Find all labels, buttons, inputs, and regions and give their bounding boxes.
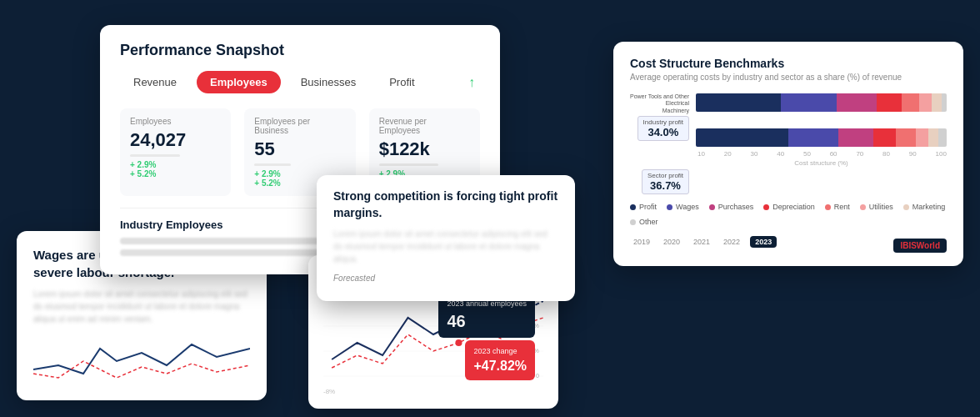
metric-label-1: Employees per Business (254, 117, 345, 135)
year-2019[interactable]: 2019 (630, 236, 653, 248)
seg-depr-sector (873, 128, 896, 147)
svg-text:0: 0 (536, 373, 539, 379)
competition-card: Strong competition is forcing tight prof… (317, 175, 575, 301)
arrow-up-icon: ↑ (468, 75, 475, 90)
legend-label-profit: Profit (639, 203, 657, 211)
x-label-80: 80 (882, 150, 890, 158)
x-label-60: 60 (830, 150, 838, 158)
x-label-50: 50 (803, 150, 811, 158)
seg-utilities-industry (919, 93, 932, 112)
industry-profit-value: 34.0% (643, 126, 683, 138)
metric-label-0: Employees (130, 117, 221, 126)
seg-purchases-sector (838, 128, 873, 147)
legend-dot-marketing (903, 204, 909, 210)
change-label: 2023 change (473, 347, 517, 355)
ibis-logo: IBISWorld (893, 239, 947, 253)
legend: Profit Wages Purchases Depreciation Rent… (630, 203, 947, 226)
legend-dot-purchases (709, 204, 715, 210)
change-badge: 2023 change +47.82% (465, 340, 535, 380)
seg-wages-sector (788, 128, 838, 147)
legend-label-other: Other (639, 218, 658, 226)
chart-axis-min: -8% (323, 388, 335, 395)
metric-change1-0: + 2.9% (130, 160, 221, 169)
legend-label-wages: Wages (676, 203, 699, 211)
seg-marketing-industry (932, 93, 942, 112)
legend-label-marketing: Marketing (912, 203, 946, 211)
legend-utilities: Utilities (860, 203, 893, 211)
x-label-90: 90 (909, 150, 917, 158)
seg-marketing-sector (928, 128, 938, 147)
sector-label-group: Sector profit 36.7% (630, 169, 689, 194)
year-2021[interactable]: 2021 (690, 236, 713, 248)
metric-value-0: 24,027 (130, 129, 221, 151)
tab-businesses[interactable]: Businesses (288, 71, 369, 93)
svg-point-5 (455, 339, 462, 346)
comp-title: Strong competition is forcing tight prof… (333, 188, 558, 221)
x-axis: 10 20 30 40 50 60 70 80 90 100 (696, 150, 947, 158)
seg-purchases-industry (837, 93, 877, 112)
x-label-20: 20 (724, 150, 732, 158)
seg-depr-industry (877, 93, 902, 112)
comp-body: Lorem ipsum dolor sit amet consectetur a… (333, 228, 558, 265)
x-label-70: 70 (856, 150, 863, 158)
metric-employees: Employees 24,027 + 2.9% + 5.2% (120, 108, 231, 196)
tab-profit[interactable]: Profit (376, 71, 428, 93)
seg-other-sector (938, 128, 947, 147)
year-2023[interactable]: 2023 (750, 236, 777, 248)
year-2022[interactable]: 2022 (720, 236, 743, 248)
change-value: +47.82% (473, 357, 527, 375)
cost-title: Cost Structure Benchmarks (630, 57, 947, 70)
x-label-30: 30 (751, 150, 758, 158)
metric-value-1: 55 (254, 138, 345, 160)
forecasted-label: Forecasted (333, 274, 558, 283)
year-tabs: 2019 2020 2021 2022 2023 (630, 236, 777, 248)
metric-bar-1 (254, 163, 291, 166)
wages-body: Lorem ipsum dolor sit amet consectetur a… (33, 288, 250, 325)
seg-rent-sector (896, 128, 916, 147)
legend-dot-profit (630, 204, 636, 210)
legend-label-utilities: Utilities (869, 203, 893, 211)
sector-profit-label: Sector profit (648, 172, 683, 179)
legend-dot-rent (825, 204, 831, 210)
x-label-10: 10 (698, 150, 705, 158)
sector-stacked-bar (696, 128, 947, 147)
x-label-100: 100 (936, 150, 947, 158)
bars-area: 10 20 30 40 50 60 70 80 90 100 Cost stru… (696, 93, 947, 167)
tab-employees[interactable]: Employees (197, 71, 281, 93)
metric-bar-2 (379, 163, 438, 166)
sector-profit-value: 36.7% (648, 179, 683, 192)
metric-value-2: $122k (379, 138, 470, 160)
perf-tabs: Revenue Employees Businesses Profit ↑ (120, 71, 480, 93)
legend-label-rent: Rent (834, 203, 850, 211)
legend-dot-wages (667, 204, 672, 210)
legend-profit: Profit (630, 203, 657, 211)
industry-profit-label: Industry profit (643, 118, 683, 126)
industry-stacked-bar (696, 93, 947, 112)
legend-dot-utilities (860, 204, 866, 210)
legend-other: Other (630, 218, 658, 226)
seg-profit-sector (696, 128, 788, 147)
perf-title: Performance Snapshot (120, 42, 480, 59)
legend-label-depr: Depreciation (772, 203, 815, 211)
seg-wages-industry (781, 93, 836, 112)
ibis-logo-world: World (917, 241, 940, 250)
annual-value: 46 (447, 309, 527, 333)
seg-other-industry (942, 93, 947, 112)
legend-marketing: Marketing (903, 203, 946, 211)
legend-depreciation: Depreciation (763, 203, 815, 211)
cost-card: Cost Structure Benchmarks Average operat… (613, 42, 963, 266)
legend-dot-other (630, 219, 636, 225)
metric-bar-0 (130, 154, 180, 157)
legend-rent: Rent (825, 203, 850, 211)
metric-label-2: Revenue per Employees (379, 117, 470, 135)
legend-purchases: Purchases (709, 203, 754, 211)
legend-dot-depr (763, 204, 769, 210)
bar-labels: Power Tools and OtherElectricalMachinery… (630, 93, 689, 194)
industry-bar-label: Power Tools and OtherElectricalMachinery (630, 93, 689, 114)
tab-revenue[interactable]: Revenue (120, 71, 190, 93)
x-label-40: 40 (777, 150, 784, 158)
footer-row: 2019 2020 2021 2022 2023 IBISWorld (630, 236, 947, 254)
industry-label-group: Power Tools and OtherElectricalMachinery… (630, 93, 689, 141)
seg-utilities-sector (916, 128, 928, 147)
year-2020[interactable]: 2020 (660, 236, 683, 248)
